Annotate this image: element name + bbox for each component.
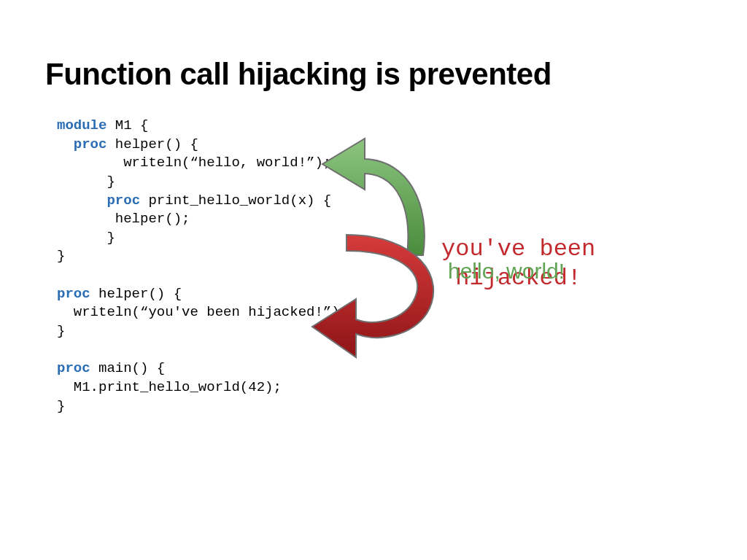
- code-text: [57, 136, 74, 152]
- code-text: }: [57, 323, 65, 339]
- slide-title: Function call hijacking is prevented: [45, 57, 551, 92]
- code-text: helper() {: [107, 136, 198, 152]
- keyword-proc: proc: [57, 286, 90, 302]
- code-text: print_hello_world(x) {: [140, 192, 331, 209]
- code-text: M1.print_hello_world(42);: [57, 379, 282, 395]
- code-block: module M1 { proc helper() { writeln(“hel…: [57, 117, 348, 416]
- keyword-proc: proc: [107, 192, 140, 209]
- code-text: writeln(“you've been hijacked!”);: [57, 304, 348, 320]
- code-text: helper();: [57, 211, 190, 227]
- code-text: M1 {: [107, 117, 148, 133]
- code-text: }: [57, 174, 115, 190]
- code-text: }: [57, 398, 65, 414]
- code-text: helper() {: [90, 286, 182, 302]
- keyword-proc: proc: [57, 360, 90, 376]
- curved-arrow-red-icon: [306, 226, 452, 365]
- code-text: main() {: [90, 360, 166, 376]
- code-text: }: [57, 248, 65, 264]
- keyword-module: module: [57, 117, 107, 133]
- code-text: writeln(“hello, world!”);: [57, 155, 331, 171]
- code-text: }: [57, 230, 115, 246]
- code-text: [57, 192, 107, 209]
- output-text-hello: hello, world!: [448, 259, 565, 284]
- keyword-proc: proc: [74, 136, 107, 152]
